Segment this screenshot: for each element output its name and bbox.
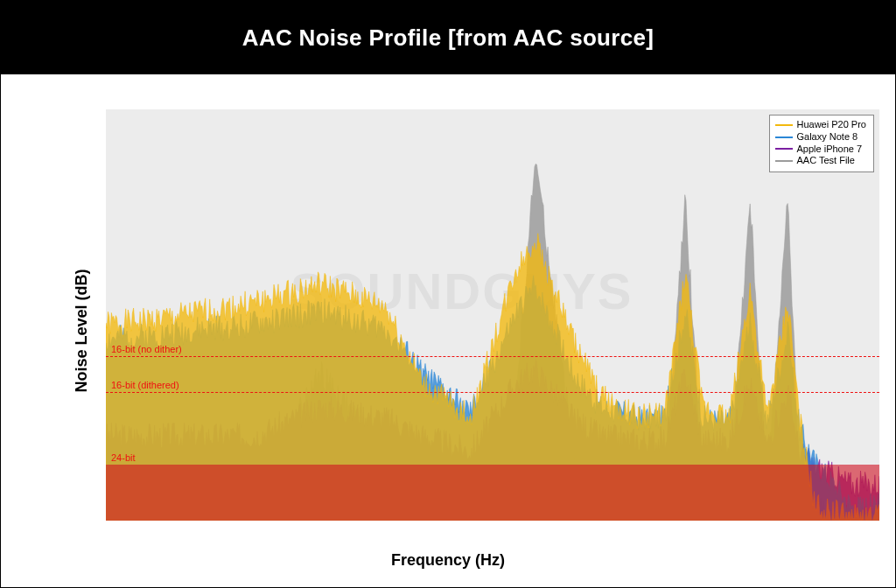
reference-line	[106, 356, 879, 357]
title-bar: AAC Noise Profile [from AAC source]	[1, 1, 895, 74]
legend-swatch	[775, 160, 793, 162]
chart-title: AAC Noise Profile [from AAC source]	[242, 24, 654, 52]
noise-floor-band	[106, 465, 879, 521]
reference-label: 24-bit	[111, 452, 136, 463]
x-axis-label: Frequency (Hz)	[1, 551, 895, 570]
legend: Huawei P20 ProGalaxy Note 8Apple iPhone …	[769, 115, 875, 172]
y-axis-label: Noise Level (dB)	[73, 269, 91, 392]
legend-label: Apple iPhone 7	[797, 144, 863, 156]
reference-line	[106, 392, 879, 393]
legend-item: AAC Test File	[775, 155, 867, 167]
legend-swatch	[775, 148, 793, 150]
chart-frame: AAC Noise Profile [from AAC source] Nois…	[0, 0, 896, 588]
legend-label: Galaxy Note 8	[797, 131, 858, 144]
legend-item: Galaxy Note 8	[775, 131, 867, 144]
plot-area: SOUNDGUYS Huawei P20 ProGalaxy Note 8App…	[106, 109, 879, 521]
legend-label: Huawei P20 Pro	[797, 119, 867, 131]
plot-wrapper: Noise Level (dB) Frequency (Hz) SOUNDGUY…	[1, 74, 895, 587]
legend-swatch	[775, 136, 793, 138]
legend-label: AAC Test File	[797, 155, 855, 167]
reference-label: 16-bit (dithered)	[111, 379, 179, 389]
legend-item: Apple iPhone 7	[775, 144, 867, 156]
legend-swatch	[775, 124, 793, 126]
legend-item: Huawei P20 Pro	[775, 119, 867, 131]
reference-label: 16-bit (no dither)	[111, 344, 182, 354]
spectra-svg	[106, 109, 879, 521]
